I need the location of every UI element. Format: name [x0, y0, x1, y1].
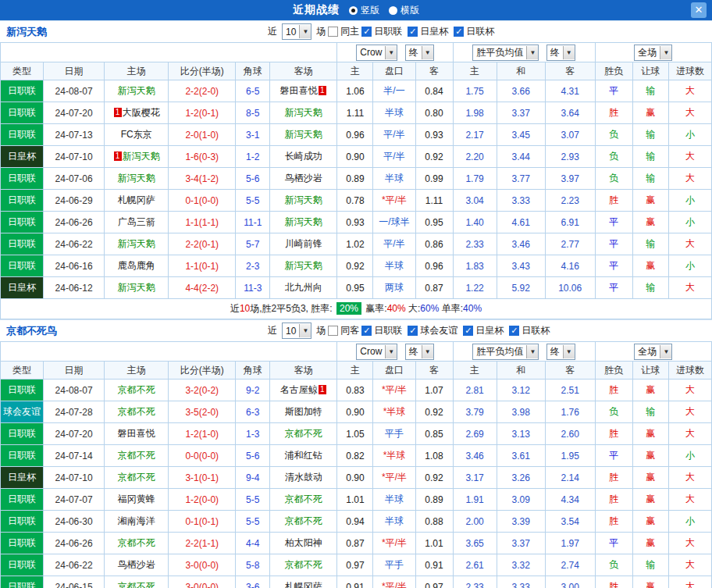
match-row[interactable]: 日职联 24-06-15 京都不死 3-0(0-0) 3-6 札幌冈萨 0.91… — [1, 576, 712, 588]
chevron-down-icon: ▼ — [422, 345, 433, 358]
match-row[interactable]: 日职联 24-06-26 京都不死 2-2(1-1) 4-4 柏太阳神 0.87… — [1, 533, 712, 554]
home-team-cell[interactable]: 湘南海洋 — [105, 511, 169, 533]
home-team-cell[interactable]: 鹿岛鹿角 — [105, 255, 169, 277]
match-row[interactable]: 日职联 24-06-22 鸟栖沙岩 3-0(0-0) 5-8 京都不死 0.97… — [1, 554, 712, 576]
match-row[interactable]: 日职联 24-07-14 京都不死 0-0(0-0) 5-6 浦和红钻 0.82… — [1, 445, 712, 467]
league-checkbox[interactable] — [408, 326, 418, 336]
goals-result-cell: 大 — [668, 576, 711, 588]
away-team-cell[interactable]: 京都不死 — [270, 489, 337, 511]
home-team-cell[interactable]: 1新泻天鹅 — [105, 146, 169, 168]
away-team-cell[interactable]: 新泻天鹅 — [270, 190, 337, 212]
bookmaker-select[interactable]: Crow▼ — [356, 45, 397, 61]
match-row[interactable]: 日职联 24-07-20 磐田喜悦 1-2(1-0) 1-3 京都不死 1.05… — [1, 423, 712, 445]
red-card-badge: 1 — [114, 151, 122, 161]
home-team-cell[interactable]: 京都不死 — [105, 445, 169, 467]
away-team-cell[interactable]: 鸟栖沙岩 — [270, 168, 337, 190]
home-team-cell[interactable]: 广岛三箭 — [105, 212, 169, 233]
match-row[interactable]: 日职联 24-08-07 新泻天鹅 2-2(2-0) 6-5 磐田喜悦1 1.0… — [1, 80, 712, 102]
recent-count-select[interactable]: 10▼ — [282, 23, 312, 40]
same-venue-checkbox[interactable] — [328, 326, 338, 336]
away-team-cell[interactable]: 新泻天鹅 — [270, 102, 337, 124]
match-row[interactable]: 日皇杯 24-07-10 1新泻天鹅 1-6(0-3) 1-2 长崎成功 0.9… — [1, 146, 712, 168]
scope-select[interactable]: 全场▼ — [634, 45, 672, 61]
handicap-line-cell: 平/半 — [373, 124, 415, 146]
league-checkbox[interactable] — [361, 326, 372, 336]
league-checkbox[interactable] — [361, 27, 372, 37]
bookmaker-select[interactable]: Crow▼ — [356, 344, 397, 360]
league-type-cell: 日职联 — [1, 533, 44, 554]
home-team-cell[interactable]: 京都不死 — [105, 401, 169, 423]
recent-count-select[interactable]: 10▼ — [282, 323, 312, 339]
league-checkbox[interactable] — [454, 27, 464, 37]
match-row[interactable]: 日职联 24-06-22 新泻天鹅 2-2(0-1) 5-7 川崎前锋 1.02… — [1, 233, 712, 255]
scope-select[interactable]: 全场▼ — [634, 344, 672, 360]
away-team-cell[interactable]: 浦和红钻 — [270, 445, 337, 467]
match-row[interactable]: 日职联 24-06-30 湘南海洋 0-1(0-1) 5-5 京都不死 0.94… — [1, 511, 712, 533]
home-team-cell[interactable]: 磐田喜悦 — [105, 423, 169, 445]
away-team-cell[interactable]: 北九州向 — [270, 277, 337, 299]
odds-final-select[interactable]: 终▼ — [546, 45, 575, 61]
corner-cell: 5-7 — [236, 233, 270, 255]
match-row[interactable]: 日职联 24-07-20 1大阪樱花 1-2(0-1) 8-5 新泻天鹅 1.1… — [1, 102, 712, 124]
home-team-cell[interactable]: 札幌冈萨 — [105, 190, 169, 212]
odds-average-select[interactable]: 胜平负均值▼ — [472, 45, 539, 61]
goals-result-cell: 大 — [668, 380, 711, 401]
match-row[interactable]: 日职联 24-06-29 札幌冈萨 0-1(0-0) 5-5 新泻天鹅 0.78… — [1, 190, 712, 212]
vertical-layout-radio[interactable] — [349, 6, 358, 15]
ah-away-odds-cell: 0.80 — [415, 102, 453, 124]
home-team-cell[interactable]: 京都不死 — [105, 576, 169, 588]
league-checkbox[interactable] — [463, 326, 473, 336]
league-checkbox[interactable] — [408, 27, 418, 37]
away-team-cell[interactable]: 京都不死 — [270, 423, 337, 445]
goals-result-cell: 小 — [668, 212, 711, 233]
match-row[interactable]: 日职联 24-06-16 鹿岛鹿角 1-1(0-1) 2-3 新泻天鹅 0.92… — [1, 255, 712, 277]
away-team-cell[interactable]: 札幌冈萨 — [270, 576, 337, 588]
match-row[interactable]: 球会友谊 24-07-28 京都不死 3-5(2-0) 6-3 斯图加特 0.9… — [1, 401, 712, 423]
away-team-cell[interactable]: 磐田喜悦1 — [270, 80, 337, 102]
home-team-cell[interactable]: 新泻天鹅 — [105, 233, 169, 255]
match-row[interactable]: 日皇杯 24-06-12 新泻天鹅 4-4(2-2) 11-3 北九州向 0.9… — [1, 277, 712, 299]
home-team-cell[interactable]: 京都不死 — [105, 467, 169, 489]
away-team-cell[interactable]: 斯图加特 — [270, 401, 337, 423]
home-team-cell[interactable]: 新泻天鹅 — [105, 277, 169, 299]
handicap-line-cell: 平手 — [373, 554, 415, 576]
home-team-cell[interactable]: 福冈黄蜂 — [105, 489, 169, 511]
odds-average-select[interactable]: 胜平负均值▼ — [472, 344, 539, 360]
score-cell: 1-1(1-1) — [169, 212, 236, 233]
odds-home-cell: 3.79 — [453, 401, 497, 423]
away-team-cell[interactable]: 长崎成功 — [270, 146, 337, 168]
match-row[interactable]: 日职联 24-08-07 京都不死 3-2(0-2) 9-2 名古屋鲸1 0.8… — [1, 380, 712, 401]
away-team-cell[interactable]: 新泻天鹅 — [270, 124, 337, 146]
away-team-cell[interactable]: 新泻天鹅 — [270, 255, 337, 277]
match-row[interactable]: 日职联 24-07-13 FC东京 2-0(1-0) 3-1 新泻天鹅 0.96… — [1, 124, 712, 146]
same-venue-checkbox[interactable] — [328, 27, 338, 37]
home-team-cell[interactable]: 1大阪樱花 — [105, 102, 169, 124]
handicap-final-select[interactable]: 终▼ — [405, 45, 434, 61]
home-team-cell[interactable]: 京都不死 — [105, 380, 169, 401]
home-team-cell[interactable]: 新泻天鹅 — [105, 168, 169, 190]
ah-away-odds-cell: 0.99 — [415, 168, 453, 190]
away-team-cell[interactable]: 京都不死 — [270, 511, 337, 533]
handicap-final-select[interactable]: 终▼ — [405, 344, 434, 360]
match-row[interactable]: 日职联 24-07-07 福冈黄蜂 1-2(0-0) 5-5 京都不死 1.01… — [1, 489, 712, 511]
match-row[interactable]: 日职联 24-06-26 广岛三箭 1-1(1-1) 11-1 新泻天鹅 0.9… — [1, 212, 712, 233]
handicap-line-cell: 半球 — [373, 102, 415, 124]
away-team-cell[interactable]: 京都不死 — [270, 554, 337, 576]
ah-home-odds-cell: 0.95 — [337, 277, 373, 299]
away-team-cell[interactable]: 清水鼓动 — [270, 467, 337, 489]
close-icon[interactable]: ✕ — [691, 2, 707, 18]
home-team-cell[interactable]: 京都不死 — [105, 533, 169, 554]
home-team-cell[interactable]: 鸟栖沙岩 — [105, 554, 169, 576]
odds-home-cell: 3.65 — [453, 533, 497, 554]
match-row[interactable]: 日皇杯 24-07-10 京都不死 3-1(0-1) 9-4 清水鼓动 0.90… — [1, 467, 712, 489]
away-team-cell[interactable]: 川崎前锋 — [270, 233, 337, 255]
home-team-cell[interactable]: FC东京 — [105, 124, 169, 146]
match-row[interactable]: 日职联 24-07-06 新泻天鹅 3-4(1-2) 5-6 鸟栖沙岩 0.89… — [1, 168, 712, 190]
away-team-cell[interactable]: 柏太阳神 — [270, 533, 337, 554]
horizontal-layout-radio[interactable] — [389, 6, 397, 15]
league-checkbox[interactable] — [509, 326, 519, 336]
away-team-cell[interactable]: 名古屋鲸1 — [270, 380, 337, 401]
home-team-cell[interactable]: 新泻天鹅 — [105, 80, 169, 102]
odds-final-select[interactable]: 终▼ — [546, 344, 575, 360]
away-team-cell[interactable]: 新泻天鹅 — [270, 212, 337, 233]
